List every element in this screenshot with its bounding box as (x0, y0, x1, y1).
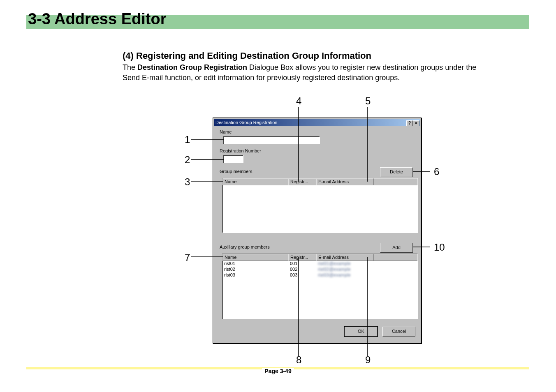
auxiliary-members-list[interactable]: Name Registr... E-mail Address rist01 00… (222, 254, 418, 319)
ok-button[interactable]: OK (345, 327, 378, 337)
aux-col-spacer (374, 254, 417, 261)
para-pre: The (123, 63, 137, 71)
callout-6: 6 (434, 166, 439, 178)
aux-col-email[interactable]: E-mail Address (316, 254, 374, 261)
aux-row-email: rist03@example (316, 272, 374, 278)
callout-3: 3 (185, 176, 190, 188)
aux-row-registr: 001 (288, 261, 316, 267)
group-members-list[interactable]: Name Registr... E-mail Address (222, 178, 418, 233)
aux-col-registr[interactable]: Registr... (288, 254, 316, 261)
aux-row-email: rist02@example (316, 267, 374, 272)
col-registr[interactable]: Registr... (288, 178, 316, 185)
callout-7: 7 (185, 252, 190, 263)
delete-button[interactable]: Delete (380, 167, 413, 177)
subsection-heading: (4) Registering and Editing Destination … (123, 51, 371, 61)
registration-number-field[interactable] (223, 155, 243, 163)
col-name[interactable]: Name (222, 178, 288, 185)
list-item[interactable]: rist02 002 rist02@example (222, 267, 417, 272)
destination-group-registration-dialog: Destination Group Registration ?× Name R… (213, 118, 422, 344)
callout-9: 9 (365, 354, 371, 366)
section-title: 3-3 Address Editor (26, 10, 529, 28)
aux-row-registr: 002 (288, 267, 316, 272)
aux-row-registr: 003 (288, 272, 316, 278)
aux-row-email: rist01@example (316, 261, 374, 267)
col-email[interactable]: E-mail Address (316, 178, 374, 185)
callout-2: 2 (185, 154, 190, 166)
name-label: Name (220, 129, 232, 134)
aux-col-name[interactable]: Name (222, 254, 288, 261)
group-members-header: Name Registr... E-mail Address (222, 178, 417, 185)
add-button[interactable]: Add (380, 243, 413, 253)
section-header-bar: 3-3 Address Editor (26, 15, 529, 29)
callout-8: 8 (296, 354, 301, 366)
dialog-title: Destination Group Registration (215, 120, 277, 125)
auxiliary-members-label: Auxiliary group members (220, 244, 270, 249)
callout-5: 5 (365, 95, 371, 107)
callout-1: 1 (185, 134, 190, 145)
close-button[interactable]: × (413, 120, 419, 126)
callout-10: 10 (434, 242, 445, 253)
dialog-titlebar: Destination Group Registration ?× (214, 119, 420, 126)
col-spacer (374, 178, 417, 185)
name-field[interactable] (223, 136, 320, 144)
auxiliary-members-header: Name Registr... E-mail Address (222, 254, 417, 261)
subsection-paragraph: The Destination Group Registration Dialo… (123, 62, 480, 83)
cancel-button[interactable]: Cancel (382, 327, 415, 337)
group-members-label: Group members (220, 169, 252, 174)
aux-row-name: rist02 (222, 267, 288, 272)
list-item[interactable]: rist01 001 rist01@example (222, 261, 417, 267)
page-number: Page 3-49 (0, 368, 556, 374)
registration-number-label: Registration Number (220, 148, 261, 153)
list-item[interactable]: rist03 003 rist03@example (222, 272, 417, 278)
callout-4: 4 (296, 95, 301, 107)
para-bold: Destination Group Registration (137, 63, 247, 71)
aux-row-name: rist01 (222, 261, 288, 267)
aux-row-name: rist03 (222, 272, 288, 278)
help-button[interactable]: ? (406, 120, 413, 126)
